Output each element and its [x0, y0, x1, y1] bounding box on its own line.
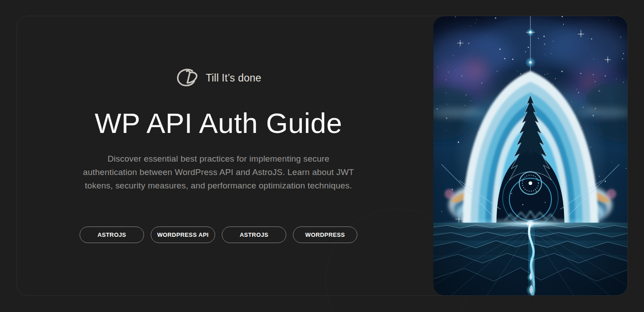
brand-name: Till It’s done: [206, 72, 261, 84]
tag-wordpress-api[interactable]: WORDPRESS API: [151, 227, 215, 243]
hero-description-line: authentication between WordPress API and…: [83, 166, 354, 179]
page-title: WP API Auth Guide: [95, 105, 343, 141]
brand-logo[interactable]: Till It’s done: [176, 67, 261, 89]
hero-description-line: Discover essential best practices for im…: [83, 152, 354, 166]
hero-description: Discover essential best practices for im…: [83, 152, 354, 192]
tag-list: ASTROJS WORDPRESS API ASTROJS WORDPRESS: [80, 227, 357, 243]
hero-section: Till It’s done WP API Auth Guide Discove…: [17, 16, 433, 295]
tag-astrojs[interactable]: ASTROJS: [80, 227, 144, 243]
tag-astrojs-2[interactable]: ASTROJS: [222, 227, 286, 243]
content-card: Till It’s done WP API Auth Guide Discove…: [17, 16, 628, 296]
till-its-done-logo-icon: [176, 67, 199, 89]
tag-wordpress[interactable]: WORDPRESS: [293, 227, 357, 243]
artwork-image: [433, 16, 627, 295]
hero-description-line: tokens, security measures, and performan…: [83, 179, 354, 192]
